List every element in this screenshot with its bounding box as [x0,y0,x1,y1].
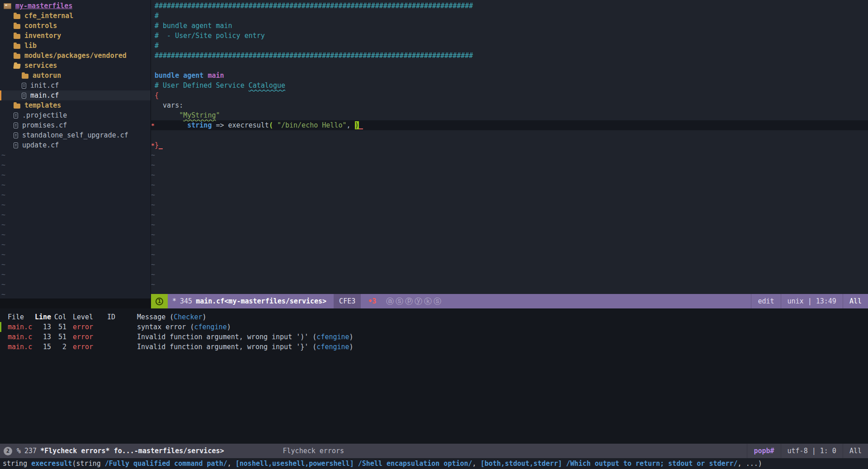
folder-icon [14,44,20,49]
error-id [101,342,128,352]
empty-line-marker: ~ [151,210,155,220]
tree-item-label: inventory [24,32,61,40]
code-line[interactable]: # User Defined Service Catalogue [151,81,868,90]
empty-line-marker: ~ [0,240,151,250]
tree-item-autorun[interactable]: autorun [0,71,151,81]
empty-line-marker: ~ [151,160,155,170]
error-line: 13 [33,322,51,332]
tree-item-label: autorun [33,71,61,80]
code-token: string [187,121,212,129]
eldoc-segment: /Shell encapsulation option/ [358,460,472,468]
empty-line-marker: ~ [151,200,155,210]
empty-line-marker: ~ [0,150,151,160]
buffer-name[interactable]: main.cf<my-masterfiles/services> [196,297,326,305]
code-line[interactable]: ########################################… [151,51,868,61]
folder-icon [14,104,20,109]
code-token: vars: [155,101,183,109]
major-mode-indicator[interactable]: Flycheck errors [283,447,344,455]
tree-item-update.cf[interactable]: update.cf [0,140,151,150]
column-header-line[interactable]: Line [33,312,51,322]
column-header-file[interactable]: File [0,312,33,322]
code-line[interactable]: # [151,41,868,51]
empty-line-marker: ~ [0,210,151,220]
error-col: 51 [51,332,66,342]
code-line[interactable]: # [151,11,868,21]
empty-line-marker: ~ [151,190,155,200]
code-line[interactable]: "MyString" [151,110,868,120]
code-line[interactable]: vars: [151,100,868,110]
error-row[interactable]: main.cf1351errorInvalid function argumen… [0,332,868,342]
empty-line-marker: ~ [0,220,151,230]
tree-item-controls[interactable]: controls [0,21,151,31]
tree-item-init.cf[interactable]: init.cf [0,81,151,90]
empty-code-line: ~ [151,170,868,180]
code-line[interactable] [151,61,868,71]
tree-item-lib[interactable]: lib [0,41,151,51]
code-line[interactable]: # bundle agent main [151,21,868,31]
column-header-col[interactable]: Col [51,312,66,322]
tree-item-label: modules/packages/vendored [24,52,127,60]
empty-line-marker: ~ [0,289,151,298]
file-icon [22,93,26,99]
checker-link[interactable]: cfengine [316,343,349,351]
code-token: # [155,12,159,20]
code-line[interactable]: bundle agent main [151,71,868,81]
tree-item-main.cf[interactable]: main.cf [0,90,151,100]
editor-modeline: 1 * 345 main.cf<my-masterfiles/services>… [151,294,868,308]
tree-item-.projectile[interactable]: .projectile [0,110,151,120]
empty-line-marker: ~ [151,150,155,160]
code-line[interactable] [151,130,868,140]
editor-buffer[interactable]: ########################################… [151,0,868,294]
error-id [101,322,128,332]
empty-line-marker: ~ [151,240,155,250]
empty-line-marker: ~ [151,220,155,230]
flycheck-error-count[interactable]: •3 [368,297,376,305]
error-col: 2 [51,342,66,352]
code-line[interactable]: ########################################… [151,1,868,11]
checker-header-text: Checker [174,313,202,321]
tree-item-label: templates [24,101,61,109]
code-line[interactable]: # - User/Site policy entry [151,31,868,41]
error-fringe-marker: * [151,141,155,151]
tree-item-my-masterfiles[interactable]: my-masterfiles [0,1,151,11]
empty-line-marker: ~ [0,170,151,180]
code-line[interactable]: * string => execresult( "/bin/echo Hello… [151,120,868,130]
tree-item-inventory[interactable]: inventory [0,31,151,41]
message-header-close: ) [203,313,207,321]
tree-item-services[interactable]: services [0,61,151,71]
checker-link[interactable]: cfengine [194,323,226,331]
folder-open-icon [13,64,21,69]
tree-item-cfe-internal[interactable]: cfe_internal [0,11,151,21]
scroll-position-indicator: All [843,444,868,458]
folder-icon [14,34,20,39]
empty-code-line: ~ [151,210,868,220]
code-line[interactable]: { [151,90,868,100]
empty-code-line: ~ [151,150,868,160]
error-row[interactable]: main.cf152errorInvalid function argument… [0,342,868,352]
error-list: main.cf1351errorsyntax error (cfengine)m… [0,322,868,352]
buffer-name[interactable]: *Flycheck errors* fo...-masterfiles/serv… [40,447,224,455]
tree-item-templates[interactable]: templates [0,100,151,110]
tree-item-promises.cf[interactable]: promises.cf [0,120,151,130]
tree-item-standalone-self-upgrade.cf[interactable]: standalone_self_upgrade.cf [0,130,151,140]
code-line[interactable]: *} [151,140,868,150]
checker-link[interactable]: cfengine [316,333,349,341]
column-header-id[interactable]: ID [101,312,128,322]
error-row[interactable]: main.cf1351errorsyntax error (cfengine) [0,322,868,332]
message-header-text: Message ( [137,313,174,321]
empty-code-line: ~ [151,260,868,270]
eldoc-segment [354,460,358,468]
eldoc-segment: /Which output to return; stdout or stder… [566,460,737,468]
major-mode-indicator[interactable]: CFE3 [334,294,361,308]
tree-item-modules-packages-vendored[interactable]: modules/packages/vendored [0,51,151,61]
empty-line-marker: ~ [0,200,151,210]
column-header-level[interactable]: Level [66,312,101,322]
column-header-message[interactable]: Message (Checker) [128,312,868,322]
code-token: Catalogue [249,81,285,90]
empty-line-marker: ~ [0,260,151,270]
tree-item-label: main.cf [30,91,59,99]
encoding-position-indicator: utf-8 | 1: 0 [781,444,843,458]
eldoc-segment: execresult [31,460,72,468]
window-number-badge: 1 [151,294,168,308]
eldoc-segment [562,460,566,468]
